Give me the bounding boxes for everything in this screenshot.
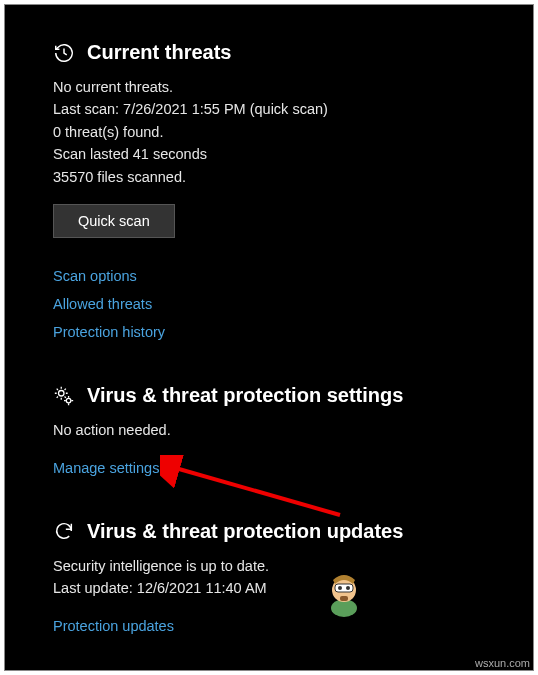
scan-options-link[interactable]: Scan options xyxy=(53,268,137,284)
svg-point-8 xyxy=(346,586,350,590)
updates-title: Virus & threat protection updates xyxy=(87,520,403,543)
last-update-text: Last update: 12/6/2021 11:40 AM xyxy=(53,577,485,599)
refresh-icon xyxy=(53,520,75,542)
svg-point-1 xyxy=(66,398,71,403)
threats-found-text: 0 threat(s) found. xyxy=(53,121,485,143)
quick-scan-button[interactable]: Quick scan xyxy=(53,204,175,238)
last-scan-text: Last scan: 7/26/2021 1:55 PM (quick scan… xyxy=(53,98,485,120)
security-panel: Current threats No current threats. Last… xyxy=(4,4,534,671)
scan-duration-text: Scan lasted 41 seconds xyxy=(53,143,485,165)
files-scanned-text: 35570 files scanned. xyxy=(53,166,485,188)
history-icon xyxy=(53,42,75,64)
mascot-icon xyxy=(323,570,365,622)
settings-status-text: No action needed. xyxy=(53,419,485,441)
updates-status-text: Security intelligence is up to date. xyxy=(53,555,485,577)
no-threats-text: No current threats. xyxy=(53,76,485,98)
svg-rect-9 xyxy=(340,596,348,601)
svg-point-0 xyxy=(59,390,65,396)
settings-section: Virus & threat protection settings No ac… xyxy=(53,384,485,475)
svg-point-7 xyxy=(338,586,342,590)
allowed-threats-link[interactable]: Allowed threats xyxy=(53,296,152,312)
watermark-text: wsxun.com xyxy=(475,657,530,669)
current-threats-title: Current threats xyxy=(87,41,231,64)
section-header: Virus & threat protection settings xyxy=(53,384,485,407)
section-header: Current threats xyxy=(53,41,485,64)
settings-title: Virus & threat protection settings xyxy=(87,384,403,407)
current-threats-section: Current threats No current threats. Last… xyxy=(53,41,485,340)
svg-rect-6 xyxy=(335,584,353,592)
protection-history-link[interactable]: Protection history xyxy=(53,324,165,340)
protection-updates-link[interactable]: Protection updates xyxy=(53,618,174,634)
section-header: Virus & threat protection updates xyxy=(53,520,485,543)
settings-gear-icon xyxy=(53,385,75,407)
manage-settings-link[interactable]: Manage settings xyxy=(53,460,159,476)
updates-section: Virus & threat protection updates Securi… xyxy=(53,520,485,634)
